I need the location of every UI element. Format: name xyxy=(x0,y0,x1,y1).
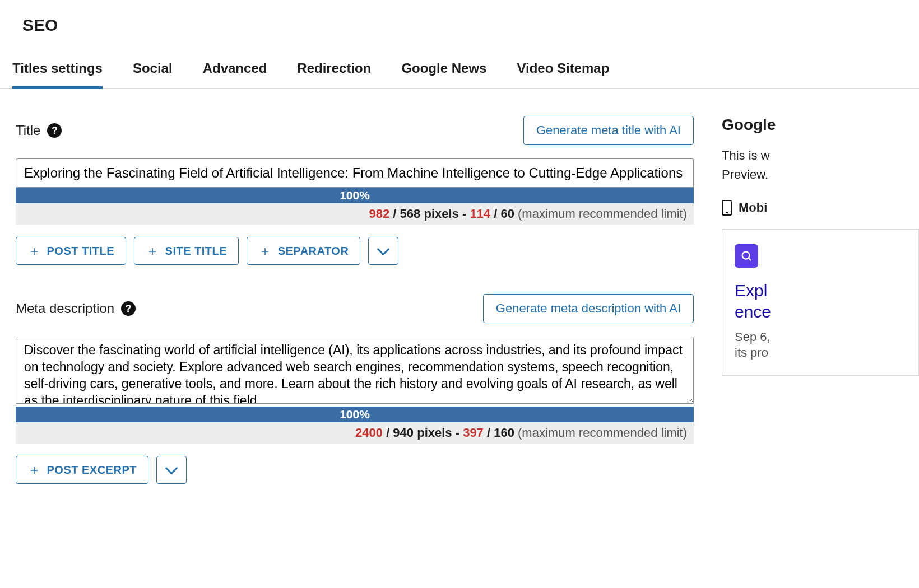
tab-video-sitemap[interactable]: Video Sitemap xyxy=(517,53,609,88)
plus-icon: ＋ xyxy=(146,244,160,258)
meta-field-label: Meta description xyxy=(16,301,114,316)
generate-meta-ai-button[interactable]: Generate meta description with AI xyxy=(483,294,694,323)
meta-chars-max: 160 xyxy=(494,426,514,440)
page-heading: SEO xyxy=(0,0,919,47)
tag-post-excerpt-button[interactable]: ＋POST EXCERPT xyxy=(16,456,148,484)
title-chars-current: 114 xyxy=(470,207,490,221)
preview-mobile-label: Mobi xyxy=(739,200,767,215)
title-px-current: 982 xyxy=(369,207,390,221)
tag-label: POST EXCERPT xyxy=(47,464,137,477)
title-field-label: Title xyxy=(16,123,40,138)
serp-preview-meta: Sep 6, its pro xyxy=(735,329,906,361)
stat-sep: / xyxy=(389,207,400,221)
serp-preview-title: Expl ence xyxy=(735,280,906,323)
stat-sep: / xyxy=(484,426,494,440)
tab-advanced[interactable]: Advanced xyxy=(203,53,267,88)
mobile-device-icon xyxy=(722,200,732,216)
tag-separator-button[interactable]: ＋SEPARATOR xyxy=(247,237,360,265)
svg-point-0 xyxy=(742,252,750,259)
title-tags-dropdown-button[interactable] xyxy=(368,237,398,265)
title-progress-bar: 100% xyxy=(16,188,694,203)
preview-mobile-toggle[interactable]: Mobi xyxy=(722,200,919,216)
help-icon[interactable]: ? xyxy=(47,123,62,138)
stat-sep: / xyxy=(490,207,500,221)
tab-titles-settings[interactable]: Titles settings xyxy=(12,53,103,89)
title-px-max: 568 xyxy=(400,207,421,221)
preview-intro-text: This is w Preview. xyxy=(722,146,919,184)
generate-title-ai-button[interactable]: Generate meta title with AI xyxy=(523,116,694,145)
tag-post-title-button[interactable]: ＋POST TITLE xyxy=(16,237,126,265)
tag-site-title-button[interactable]: ＋SITE TITLE xyxy=(134,237,239,265)
plus-icon: ＋ xyxy=(258,244,272,258)
tab-google-news[interactable]: Google News xyxy=(401,53,486,88)
tag-label: SITE TITLE xyxy=(165,245,228,258)
meta-stats: 2400 / 940 pixels - 397 / 160 (maximum r… xyxy=(16,422,694,444)
meta-tags-dropdown-button[interactable] xyxy=(156,456,187,484)
plus-icon: ＋ xyxy=(27,244,41,258)
meta-px-current: 2400 xyxy=(355,426,383,440)
svg-line-1 xyxy=(749,258,751,261)
google-preview-heading: Google xyxy=(722,116,919,134)
stat-dash: - xyxy=(452,426,463,440)
favicon-icon xyxy=(735,244,758,268)
tabs-bar: Titles settings Social Advanced Redirect… xyxy=(0,53,919,89)
meta-px-max: 940 xyxy=(393,426,414,440)
stat-sep: / xyxy=(383,426,393,440)
plus-icon: ＋ xyxy=(27,463,41,477)
title-stats: 982 / 568 pixels - 114 / 60 (maximum rec… xyxy=(16,203,694,225)
tab-social[interactable]: Social xyxy=(133,53,173,88)
help-icon[interactable]: ? xyxy=(121,301,136,316)
meta-progress-bar: 100% xyxy=(16,407,694,422)
title-chars-max: 60 xyxy=(500,207,514,221)
seo-meta-description-input[interactable] xyxy=(16,337,694,404)
pixels-word: pixels xyxy=(417,426,452,440)
tag-label: POST TITLE xyxy=(47,245,115,258)
chevron-down-icon xyxy=(377,243,390,256)
tag-label: SEPARATOR xyxy=(278,245,349,258)
meta-limit-label: (maximum recommended limit) xyxy=(518,426,687,440)
title-limit-label: (maximum recommended limit) xyxy=(518,207,687,221)
meta-chars-current: 397 xyxy=(463,426,484,440)
seo-title-input[interactable] xyxy=(16,158,694,188)
stat-dash: - xyxy=(459,207,470,221)
chevron-down-icon xyxy=(165,462,178,475)
tab-redirection[interactable]: Redirection xyxy=(297,53,371,88)
pixels-word: pixels xyxy=(424,207,458,221)
serp-preview-card: Expl ence Sep 6, its pro xyxy=(722,229,919,376)
